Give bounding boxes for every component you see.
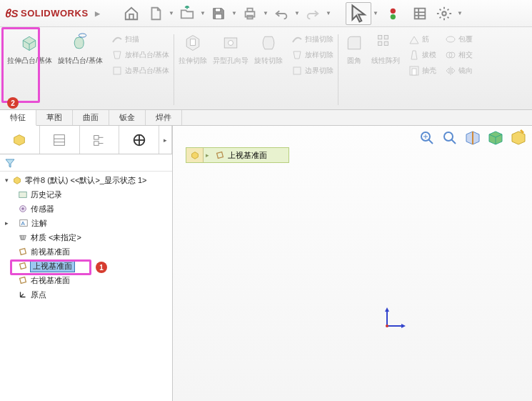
ds-logo-icon: ϐS: [4, 7, 19, 20]
fillet-icon: [343, 31, 366, 54]
svg-rect-34: [19, 192, 27, 198]
open-dropdown[interactable]: ▼: [200, 10, 206, 16]
part-icon: [12, 175, 22, 185]
tree-top-plane[interactable]: 上视基准面: [0, 259, 172, 273]
expand-icon[interactable]: ▸: [3, 219, 10, 227]
tree-origin[interactable]: 原点: [0, 287, 172, 302]
view-orientation-icon[interactable]: [486, 129, 505, 147]
tree-root-label: 零件8 (默认) <<默认>_显示状态 1>: [24, 175, 148, 186]
rib-button[interactable]: 筋: [408, 34, 429, 45]
svg-rect-20: [385, 41, 388, 45]
boundary-button[interactable]: 边界凸台/基体: [111, 65, 170, 76]
extrude-label: 拉伸凸台/基体: [7, 56, 52, 66]
home-button[interactable]: [120, 2, 143, 25]
settings-button[interactable]: [433, 2, 456, 25]
extrude-cut-button[interactable]: 拉伸切除: [176, 30, 210, 109]
loft-button[interactable]: 放样凸台/基体: [111, 49, 170, 61]
feature-group-2: 包覆 相交 镜向: [439, 30, 476, 109]
breadcrumb[interactable]: ▸ 上视基准面: [186, 147, 289, 163]
tree-history[interactable]: 历史记录: [0, 187, 172, 202]
hole-wizard-button[interactable]: 异型孔向导: [210, 30, 251, 109]
undo-dropdown[interactable]: ▼: [294, 10, 300, 16]
tab-sheetmetal[interactable]: 钣金: [109, 110, 146, 125]
intersect-button[interactable]: 相交: [445, 49, 473, 61]
origin-triad-icon: [380, 305, 408, 333]
sweep-group: 扫描 放样凸台/基体 边界凸台/基体: [106, 30, 173, 109]
tree-material[interactable]: 材质 <未指定>: [0, 230, 172, 244]
tree-annotations[interactable]: ▸A注解: [0, 216, 172, 230]
sensor-icon: [18, 204, 28, 214]
tree-right-plane[interactable]: 右视基准面: [0, 273, 172, 287]
redo-button[interactable]: [301, 2, 324, 25]
new-button[interactable]: [144, 2, 167, 25]
tab-sketch[interactable]: 草图: [36, 110, 73, 125]
svg-point-5: [391, 8, 396, 13]
feature-tree: ▾ 零件8 (默认) <<默认>_显示状态 1> 历史记录 传感器 ▸A注解 材…: [0, 172, 172, 401]
graphics-area[interactable]: ▸ 上视基准面: [173, 126, 532, 401]
undo-button[interactable]: [270, 2, 293, 25]
revolve-boss-button[interactable]: 旋转凸台/基体: [55, 30, 106, 109]
svg-rect-3: [247, 8, 252, 11]
sweep-button[interactable]: 扫描: [111, 34, 139, 45]
open-button[interactable]: [176, 2, 199, 25]
svg-rect-17: [378, 36, 382, 39]
mirror-button[interactable]: 镜向: [445, 65, 473, 76]
boundary-cut-button[interactable]: 边界切除: [291, 65, 333, 76]
breadcrumb-item[interactable]: 上视基准面: [211, 150, 288, 161]
fillet-button[interactable]: 圆角: [340, 30, 368, 109]
select-tool[interactable]: [346, 2, 371, 25]
print-dropdown[interactable]: ▼: [263, 10, 268, 16]
tab-surface[interactable]: 曲面: [73, 110, 109, 125]
svg-rect-16: [293, 67, 301, 74]
pattern-button[interactable]: 线性阵列: [368, 30, 403, 109]
shell-button[interactable]: 抽壳: [408, 65, 436, 76]
zoom-fit-icon[interactable]: [418, 129, 436, 147]
tab-weldment[interactable]: 焊件: [146, 110, 182, 125]
save-dropdown[interactable]: ▼: [231, 10, 237, 16]
logo-chevron-icon[interactable]: ▶: [95, 10, 101, 17]
save-button[interactable]: [207, 2, 230, 25]
svg-rect-0: [215, 8, 220, 11]
display-style-icon[interactable]: [509, 129, 528, 147]
wrap-button[interactable]: 包覆: [445, 34, 473, 45]
feature-manager-panel: ▸ ▾ 零件8 (默认) <<默认>_显示状态 1> 历史记录 传感器 ▸A注解…: [0, 126, 173, 401]
extrude-icon: [18, 31, 41, 54]
tree-sensors[interactable]: 传感器: [0, 202, 172, 216]
tab-features[interactable]: 特征: [0, 110, 36, 126]
tree-front-plane[interactable]: 前视基准面: [0, 244, 172, 259]
print-button[interactable]: [239, 2, 261, 25]
svg-point-15: [229, 41, 234, 46]
config-tab[interactable]: [80, 126, 120, 154]
ribbon: 拉伸凸台/基体 旋转凸台/基体 扫描 放样凸台/基体 边界凸台/基体 拉伸切除 …: [0, 27, 532, 110]
feature-tree-tab[interactable]: [0, 126, 40, 154]
svg-rect-12: [114, 67, 121, 74]
new-dropdown[interactable]: ▼: [169, 10, 174, 16]
svg-rect-1: [215, 14, 221, 18]
manager-tabs-more[interactable]: ▸: [159, 126, 172, 154]
sweep-cut-button[interactable]: 扫描切除: [291, 34, 333, 45]
section-view-icon[interactable]: [463, 129, 482, 147]
revolve-cut-button[interactable]: 旋转切除: [251, 30, 286, 109]
manager-tabs: ▸: [0, 126, 172, 154]
options-list-button[interactable]: [408, 2, 431, 25]
loft-cut-button[interactable]: 放样切除: [291, 49, 333, 61]
dimxpert-tab[interactable]: [119, 126, 159, 154]
draft-button[interactable]: 拔模: [408, 49, 436, 61]
settings-dropdown[interactable]: ▼: [457, 10, 463, 16]
select-dropdown[interactable]: ▼: [373, 10, 378, 16]
property-tab[interactable]: [40, 126, 80, 154]
svg-rect-7: [415, 8, 426, 19]
rebuild-button[interactable]: [384, 2, 407, 25]
filter-row[interactable]: [0, 154, 172, 172]
svg-line-44: [451, 139, 456, 144]
breadcrumb-chevron-icon: ▸: [204, 152, 211, 159]
tree-root[interactable]: ▾ 零件8 (默认) <<默认>_显示状态 1>: [0, 173, 172, 187]
zoom-area-icon[interactable]: [441, 129, 459, 147]
redo-dropdown[interactable]: ▼: [326, 10, 331, 16]
extrude-boss-button[interactable]: 拉伸凸台/基体: [4, 30, 55, 109]
collapse-icon[interactable]: ▾: [3, 177, 10, 184]
svg-text:A: A: [21, 220, 26, 227]
annotation-icon: A: [19, 218, 29, 228]
quick-access-toolbar: ▼ ▼ ▼ ▼ ▼ ▼ ▼ ▼: [120, 2, 463, 25]
title-bar: ϐS SOLIDWORKS ▶ ▼ ▼ ▼ ▼ ▼ ▼ ▼ ▼: [0, 0, 532, 27]
